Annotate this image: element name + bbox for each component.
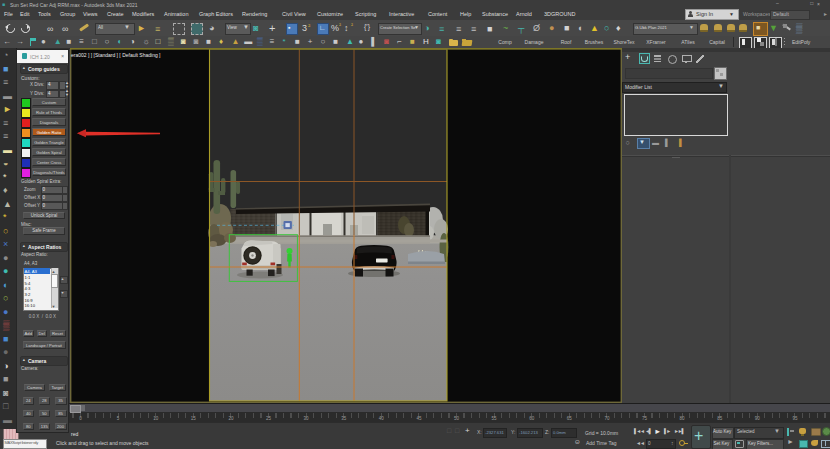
svg-text:era002 ] ] [Standard ] [ Defau: era002 ] ] [Standard ] [ Default Shading… [71,52,161,58]
